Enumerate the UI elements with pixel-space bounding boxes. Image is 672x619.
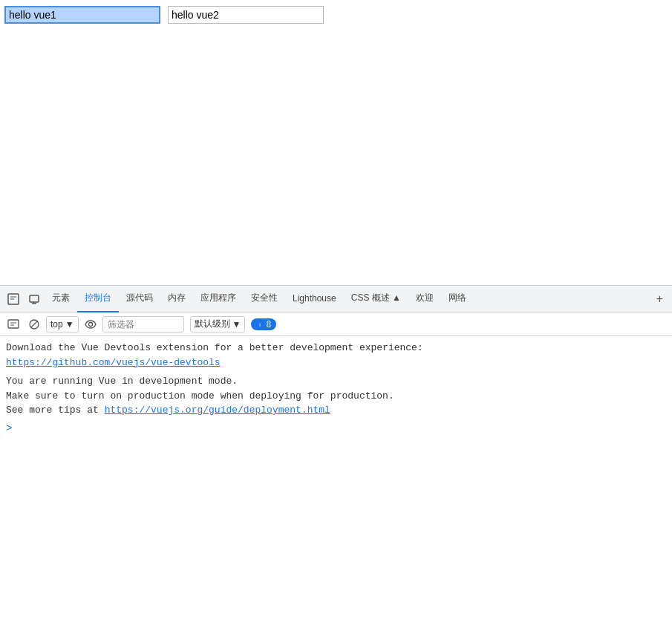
message-count-badge: i 8 (251, 318, 276, 330)
level-label: 默认级别 (195, 318, 230, 330)
page-content (0, 0, 672, 286)
devtools-panel: 元素 控制台 源代码 内存 应用程序 安全性 Lighthouse CSS 概述… (0, 286, 672, 619)
block-button[interactable] (25, 315, 43, 333)
tab-elements[interactable]: 元素 (45, 286, 77, 312)
vue-devtools-link[interactable]: https://github.com/vuejs/vue-devtools (6, 357, 221, 368)
vue2-input[interactable] (168, 6, 324, 24)
eye-button[interactable] (82, 315, 100, 333)
svg-rect-3 (8, 320, 19, 328)
svg-rect-1 (30, 295, 39, 302)
console-message-2-line3: See more tips at (6, 405, 105, 416)
context-label: top (50, 319, 63, 330)
svg-line-5 (31, 321, 38, 327)
filter-input[interactable] (102, 316, 184, 333)
console-message-2: You are running Vue in development mode.… (6, 374, 666, 418)
tab-console[interactable]: 控制台 (77, 286, 119, 312)
devtools-tabbar: 元素 控制台 源代码 内存 应用程序 安全性 Lighthouse CSS 概述… (0, 286, 672, 312)
console-toolbar: top ▼ 默认级别 ▼ i 8 (0, 312, 672, 336)
tab-network[interactable]: 网络 (441, 286, 474, 312)
tab-security[interactable]: 安全性 (244, 286, 285, 312)
console-prompt[interactable]: > (6, 419, 666, 438)
console-message-1: Download the Vue Devtools extension for … (6, 341, 666, 370)
vue1-input[interactable] (4, 6, 160, 24)
tab-memory[interactable]: 内存 (160, 286, 193, 312)
console-output: Download the Vue Devtools extension for … (0, 336, 672, 619)
console-message-2-line2: Make sure to turn on production mode whe… (6, 390, 394, 402)
context-dropdown-icon: ▼ (65, 319, 74, 330)
deployment-link[interactable]: https://vuejs.org/guide/deployment.html (105, 405, 330, 416)
device-icon-btn[interactable] (24, 289, 45, 310)
tab-welcome[interactable]: 欢迎 (408, 286, 441, 312)
level-dropdown-icon: ▼ (232, 319, 241, 330)
svg-rect-2 (32, 303, 36, 304)
message-count: 8 (266, 319, 271, 330)
svg-point-6 (88, 322, 92, 326)
tab-lighthouse[interactable]: Lighthouse (285, 286, 344, 312)
tab-application[interactable]: 应用程序 (193, 286, 244, 312)
context-selector[interactable]: top ▼ (46, 316, 79, 333)
clear-console-button[interactable] (4, 315, 22, 333)
tab-source[interactable]: 源代码 (119, 286, 160, 312)
tab-css-overview[interactable]: CSS 概述 ▲ (344, 286, 408, 312)
input-row (0, 0, 672, 30)
add-tab-button[interactable]: + (650, 289, 669, 309)
console-message-2-line1: You are running Vue in development mode. (6, 376, 238, 387)
inspect-icon-btn[interactable] (3, 289, 24, 310)
console-message-1-text: Download the Vue Devtools extension for … (6, 342, 423, 353)
level-selector[interactable]: 默认级别 ▼ (190, 316, 246, 333)
